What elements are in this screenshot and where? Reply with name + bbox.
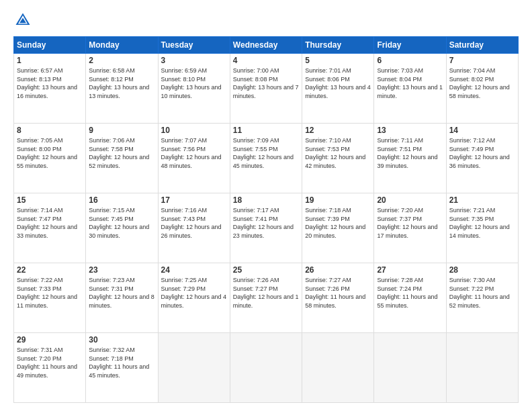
- day-info: Sunrise: 7:30 AM Sunset: 7:22 PM Dayligh…: [449, 276, 515, 310]
- header-monday: Monday: [86, 37, 158, 54]
- day-info: Sunrise: 7:00 AM Sunset: 8:08 PM Dayligh…: [233, 66, 299, 100]
- day-info: Sunrise: 7:32 AM Sunset: 7:18 PM Dayligh…: [89, 346, 154, 379]
- day-info: Sunrise: 6:59 AM Sunset: 8:10 PM Dayligh…: [161, 66, 227, 100]
- day-info: Sunrise: 7:10 AM Sunset: 7:53 PM Dayligh…: [305, 136, 371, 170]
- day-info: Sunrise: 6:57 AM Sunset: 8:13 PM Dayligh…: [17, 66, 83, 100]
- day-info: Sunrise: 7:15 AM Sunset: 7:45 PM Dayligh…: [89, 206, 154, 240]
- day-number: 28: [449, 265, 515, 275]
- calendar-cell: 11 Sunrise: 7:09 AM Sunset: 7:55 PM Dayl…: [230, 124, 302, 193]
- header-sunday: Sunday: [14, 37, 86, 54]
- calendar-cell: 8 Sunrise: 7:05 AM Sunset: 8:00 PM Dayli…: [14, 124, 86, 193]
- table-row: 29 Sunrise: 7:31 AM Sunset: 7:20 PM Dayl…: [14, 333, 519, 403]
- day-number: 25: [233, 265, 299, 275]
- day-info: Sunrise: 7:04 AM Sunset: 8:02 PM Dayligh…: [449, 66, 515, 100]
- calendar-cell: 26 Sunrise: 7:27 AM Sunset: 7:26 PM Dayl…: [302, 263, 374, 333]
- day-number: 16: [89, 195, 154, 205]
- day-info: Sunrise: 7:12 AM Sunset: 7:49 PM Dayligh…: [449, 136, 515, 170]
- day-info: Sunrise: 7:07 AM Sunset: 7:56 PM Dayligh…: [161, 136, 227, 170]
- calendar-cell: [230, 333, 302, 403]
- day-info: Sunrise: 7:09 AM Sunset: 7:55 PM Dayligh…: [233, 136, 299, 170]
- day-info: Sunrise: 7:16 AM Sunset: 7:43 PM Dayligh…: [161, 206, 227, 240]
- day-number: 14: [449, 126, 515, 135]
- day-number: 10: [161, 126, 227, 135]
- day-info: Sunrise: 7:27 AM Sunset: 7:26 PM Dayligh…: [305, 276, 371, 310]
- table-row: 15 Sunrise: 7:14 AM Sunset: 7:47 PM Dayl…: [14, 193, 519, 263]
- day-info: Sunrise: 7:23 AM Sunset: 7:31 PM Dayligh…: [89, 276, 154, 310]
- calendar-cell: 5 Sunrise: 7:01 AM Sunset: 8:06 PM Dayli…: [302, 54, 374, 124]
- logo: [13, 11, 34, 30]
- day-number: 22: [17, 265, 83, 275]
- table-row: 22 Sunrise: 7:22 AM Sunset: 7:33 PM Dayl…: [14, 263, 519, 333]
- calendar-cell: 23 Sunrise: 7:23 AM Sunset: 7:31 PM Dayl…: [86, 263, 158, 333]
- calendar-cell: 27 Sunrise: 7:28 AM Sunset: 7:24 PM Dayl…: [374, 263, 446, 333]
- calendar-table: Sunday Monday Tuesday Wednesday Thursday…: [13, 36, 519, 403]
- day-number: 26: [305, 265, 371, 275]
- day-info: Sunrise: 7:11 AM Sunset: 7:51 PM Dayligh…: [377, 136, 443, 170]
- day-number: 27: [377, 265, 443, 275]
- day-number: 6: [377, 56, 443, 65]
- calendar-cell: 24 Sunrise: 7:25 AM Sunset: 7:29 PM Dayl…: [158, 263, 230, 333]
- day-number: 3: [161, 56, 227, 65]
- day-number: 20: [377, 195, 443, 205]
- calendar-cell: 14 Sunrise: 7:12 AM Sunset: 7:49 PM Dayl…: [446, 124, 518, 193]
- header-thursday: Thursday: [302, 37, 374, 54]
- day-info: Sunrise: 7:20 AM Sunset: 7:37 PM Dayligh…: [377, 206, 443, 240]
- day-number: 24: [161, 265, 227, 275]
- day-number: 2: [89, 56, 154, 65]
- day-number: 8: [17, 126, 83, 135]
- day-info: Sunrise: 7:28 AM Sunset: 7:24 PM Dayligh…: [377, 276, 443, 310]
- day-info: Sunrise: 7:05 AM Sunset: 8:00 PM Dayligh…: [17, 136, 83, 170]
- day-number: 21: [449, 195, 515, 205]
- calendar-cell: 30 Sunrise: 7:32 AM Sunset: 7:18 PM Dayl…: [86, 333, 158, 403]
- header-friday: Friday: [374, 37, 446, 54]
- table-row: 1 Sunrise: 6:57 AM Sunset: 8:13 PM Dayli…: [14, 54, 519, 124]
- day-info: Sunrise: 7:22 AM Sunset: 7:33 PM Dayligh…: [17, 276, 83, 310]
- day-info: Sunrise: 7:17 AM Sunset: 7:41 PM Dayligh…: [233, 206, 299, 240]
- day-info: Sunrise: 7:25 AM Sunset: 7:29 PM Dayligh…: [161, 276, 227, 310]
- day-info: Sunrise: 7:26 AM Sunset: 7:27 PM Dayligh…: [233, 276, 299, 310]
- day-info: Sunrise: 7:31 AM Sunset: 7:20 PM Dayligh…: [17, 346, 83, 379]
- page: Sunday Monday Tuesday Wednesday Thursday…: [0, 0, 532, 411]
- calendar-cell: 10 Sunrise: 7:07 AM Sunset: 7:56 PM Dayl…: [158, 124, 230, 193]
- calendar-cell: 2 Sunrise: 6:58 AM Sunset: 8:12 PM Dayli…: [86, 54, 158, 124]
- calendar-cell: 22 Sunrise: 7:22 AM Sunset: 7:33 PM Dayl…: [14, 263, 86, 333]
- day-number: 19: [305, 195, 371, 205]
- day-number: 18: [233, 195, 299, 205]
- logo-icon: [13, 11, 32, 30]
- calendar-cell: [302, 333, 374, 403]
- day-number: 15: [17, 195, 83, 205]
- calendar-cell: 28 Sunrise: 7:30 AM Sunset: 7:22 PM Dayl…: [446, 263, 518, 333]
- calendar-cell: 7 Sunrise: 7:04 AM Sunset: 8:02 PM Dayli…: [446, 54, 518, 124]
- calendar-cell: 15 Sunrise: 7:14 AM Sunset: 7:47 PM Dayl…: [14, 193, 86, 263]
- calendar-cell: 20 Sunrise: 7:20 AM Sunset: 7:37 PM Dayl…: [374, 193, 446, 263]
- calendar-cell: 3 Sunrise: 6:59 AM Sunset: 8:10 PM Dayli…: [158, 54, 230, 124]
- calendar-cell: 29 Sunrise: 7:31 AM Sunset: 7:20 PM Dayl…: [14, 333, 86, 403]
- calendar-cell: 9 Sunrise: 7:06 AM Sunset: 7:58 PM Dayli…: [86, 124, 158, 193]
- calendar-cell: 13 Sunrise: 7:11 AM Sunset: 7:51 PM Dayl…: [374, 124, 446, 193]
- calendar-cell: 16 Sunrise: 7:15 AM Sunset: 7:45 PM Dayl…: [86, 193, 158, 263]
- header-tuesday: Tuesday: [158, 37, 230, 54]
- header-wednesday: Wednesday: [230, 37, 302, 54]
- day-number: 11: [233, 126, 299, 135]
- calendar-cell: [446, 333, 518, 403]
- day-number: 9: [89, 126, 154, 135]
- day-info: Sunrise: 7:21 AM Sunset: 7:35 PM Dayligh…: [449, 206, 515, 240]
- day-number: 23: [89, 265, 154, 275]
- day-number: 5: [305, 56, 371, 65]
- calendar-cell: 1 Sunrise: 6:57 AM Sunset: 8:13 PM Dayli…: [14, 54, 86, 124]
- day-info: Sunrise: 6:58 AM Sunset: 8:12 PM Dayligh…: [89, 66, 154, 100]
- day-number: 29: [17, 335, 83, 345]
- calendar-cell: 21 Sunrise: 7:21 AM Sunset: 7:35 PM Dayl…: [446, 193, 518, 263]
- calendar-cell: 6 Sunrise: 7:03 AM Sunset: 8:04 PM Dayli…: [374, 54, 446, 124]
- calendar-cell: 19 Sunrise: 7:18 AM Sunset: 7:39 PM Dayl…: [302, 193, 374, 263]
- calendar-cell: [158, 333, 230, 403]
- day-info: Sunrise: 7:14 AM Sunset: 7:47 PM Dayligh…: [17, 206, 83, 240]
- header: [13, 11, 519, 30]
- calendar-cell: 18 Sunrise: 7:17 AM Sunset: 7:41 PM Dayl…: [230, 193, 302, 263]
- calendar-cell: 17 Sunrise: 7:16 AM Sunset: 7:43 PM Dayl…: [158, 193, 230, 263]
- header-saturday: Saturday: [446, 37, 518, 54]
- day-number: 17: [161, 195, 227, 205]
- day-info: Sunrise: 7:06 AM Sunset: 7:58 PM Dayligh…: [89, 136, 154, 170]
- day-info: Sunrise: 7:03 AM Sunset: 8:04 PM Dayligh…: [377, 66, 443, 100]
- weekday-header-row: Sunday Monday Tuesday Wednesday Thursday…: [14, 37, 519, 54]
